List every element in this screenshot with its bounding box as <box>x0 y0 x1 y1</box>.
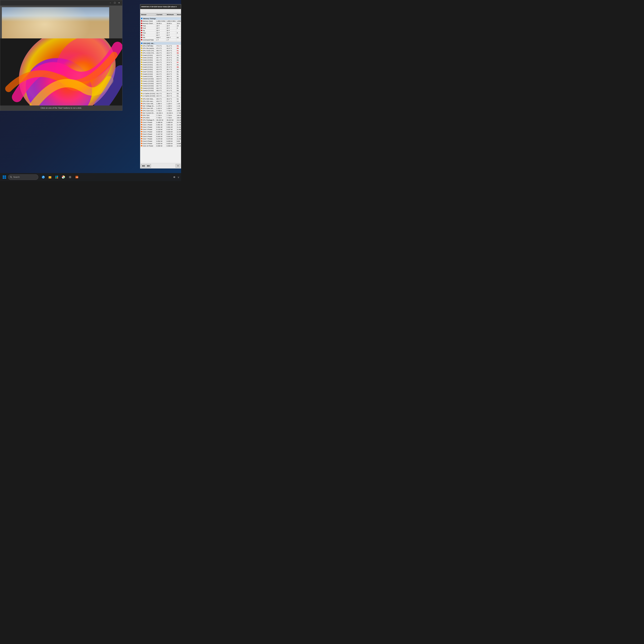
table-row: Command Rate 1 T1 T <box>140 39 181 41</box>
maximize-button[interactable]: ☐ <box>113 1 117 5</box>
sensor-icon <box>141 140 142 142</box>
svg-point-46 <box>63 177 64 178</box>
svg-rect-23 <box>93 27 108 30</box>
svg-rect-21 <box>93 21 108 23</box>
section-memory-timings: Memory Timings <box>140 17 181 20</box>
table-row: CPU IOD Hots... 45.5 °C39.3 °C52. <box>140 98 181 100</box>
status-text: Click on one of the 'Start' buttons to r… <box>41 107 82 109</box>
minimize-button[interactable]: − <box>109 1 112 5</box>
speaker-icon <box>173 176 176 178</box>
footer-icon-button[interactable]: ☷ <box>176 164 180 168</box>
svg-rect-38 <box>49 176 50 177</box>
table-row: Core7 (CCD1) 43.3 °C37.3 °C86. <box>140 71 181 73</box>
taskbar-icon-hwinfo[interactable]: HW <box>74 174 80 180</box>
table-row: CPU CCD2 (Td... 45.0 °C40.0 °C88. <box>140 52 181 54</box>
close-button[interactable]: ✕ <box>117 1 121 5</box>
search-label: Search <box>13 176 20 178</box>
table-row: Core 3 Power 0.119 W0.107 W11.88 <box>140 128 181 131</box>
col-minimum: Minimum <box>166 13 176 16</box>
sensor-icon <box>141 32 142 33</box>
sensor-icon <box>141 145 142 146</box>
sensor-icon <box>141 59 142 61</box>
sensor-icon <box>141 136 142 137</box>
table-row: Core 10 Power 0.008 W0.008 W10.16 <box>140 145 181 147</box>
sensor-icon <box>141 112 142 114</box>
taskbar-app-icons: HW <box>40 174 80 180</box>
table-row: Core4 (CCD1) 43.1 °C36.9 °C85. <box>140 64 181 66</box>
status-bar: Click on one of the 'Start' buttons to r… <box>0 105 122 111</box>
table-row: Core10 (CCD2) 43.8 °C38.1 °C86. <box>140 78 181 80</box>
sensor-icon <box>141 100 142 102</box>
system-tray <box>173 176 180 178</box>
svg-rect-41 <box>55 177 57 178</box>
sensor-icon <box>141 129 142 130</box>
taskbar-icon-explorer[interactable] <box>47 174 53 180</box>
sensor-icon <box>141 131 142 132</box>
table-row: CPU Core VID ... 1.413 V1.250 V1.42 <box>140 107 181 110</box>
renderer-titlebar: − ☐ ✕ <box>0 0 122 6</box>
table-row: Tcas 18 T18 T18 <box>140 25 181 27</box>
windows-logo-icon <box>3 175 6 179</box>
section-cpu: CPU [#0]: AM... <box>140 42 181 45</box>
svg-rect-24 <box>93 31 108 33</box>
sensor-icon <box>141 66 142 68</box>
start-button[interactable] <box>1 174 7 180</box>
table-row: Core 8 Power 0.054 W0.039 W9.89 <box>140 140 181 142</box>
table-row: Core9 (CCD2) 44.9 °C39.5 °C82. <box>140 75 181 78</box>
taskbar-icon-edge[interactable] <box>40 174 46 180</box>
hwinfo-table: Sensor Current Minimum Maximu Memory Tim… <box>140 13 181 147</box>
table-row <box>140 16 181 17</box>
hwinfo-title: HWiNFO64 v7.50-5150 Sensor Status [58 va… <box>141 6 177 8</box>
table-row: Core14 (CCD2) 44.2 °C37.5 °C84. <box>140 87 181 89</box>
table-row: Core 9 Power 0.025 W0.025 W9.998 <box>140 142 181 145</box>
sensor-icon <box>141 110 142 111</box>
table-row: L3 Cache (CCD1) 43.2 °C39.4 °C59. <box>140 92 181 95</box>
svg-rect-42 <box>57 177 58 178</box>
sensor-icon <box>141 124 142 125</box>
sensor-icon <box>141 80 142 82</box>
table-row: Trc 83 T83 T <box>140 34 181 36</box>
hwinfo-scroll[interactable]: Sensor Current Minimum Maximu Memory Tim… <box>140 13 181 168</box>
taskbar-icon-settings[interactable] <box>67 174 73 180</box>
table-row: Trcd 20 T20 T2 <box>140 27 181 29</box>
section-icon <box>141 18 142 19</box>
sensor-icon <box>141 45 142 46</box>
sensor-icon <box>141 87 142 89</box>
table-row: Core11 (CCD2) 44.5 °C37.6 °C86. <box>140 80 181 82</box>
svg-line-34 <box>11 177 12 178</box>
sensor-icon <box>141 25 142 26</box>
taskbar-icon-store[interactable] <box>54 174 60 180</box>
table-row: CPU CCD1 (Td... 45.5 °C39.3 °C91. <box>140 49 181 52</box>
sensor-icon <box>141 85 142 86</box>
nav-back-button[interactable]: ◀◀ <box>141 164 146 168</box>
taskbar-search[interactable]: Search <box>8 174 38 180</box>
sensor-icon <box>141 73 142 75</box>
svg-point-35 <box>42 176 45 179</box>
table-row: CPU TDC 7.718 A7.718 A150.0 <box>140 114 181 117</box>
sensor-icon <box>141 143 142 144</box>
sensor-icon <box>141 71 142 72</box>
table-row: Core3 (CCD1) 42.8 °C37.8 °C87. <box>140 61 181 64</box>
nav-forward-button[interactable]: ▶▶ <box>146 164 151 168</box>
svg-rect-7 <box>35 12 69 22</box>
sensor-icon <box>141 39 142 40</box>
svg-rect-51 <box>178 178 179 178</box>
sensor-icon <box>141 37 142 38</box>
table-row: Core 4 Power 0.030 W0.030 W11.52 <box>140 131 181 133</box>
abstract-shape <box>0 38 122 105</box>
sensor-icon <box>141 23 142 24</box>
sensor-icon <box>141 62 142 63</box>
taskbar-icon-chrome[interactable] <box>60 174 66 180</box>
hwinfo-window[interactable]: HWiNFO64 v7.50-5150 Sensor Status [58 va… <box>140 4 181 169</box>
table-row: CPU EDC 7.718 A7.718 A160.0 <box>140 117 181 119</box>
sensor-icon <box>141 90 142 91</box>
sensor-icon <box>141 34 142 36</box>
sensor-icon <box>141 119 142 121</box>
table-row: Core6 (CCD1) 43.3 °C36.7 °C82. <box>140 68 181 71</box>
sensor-icon <box>141 133 142 135</box>
sensor-icon <box>141 93 142 94</box>
col-sensor: Sensor <box>140 13 156 16</box>
table-row: Core 0 Power 0.488 W0.488 W10.78 <box>140 121 181 124</box>
table-row: Core12 (CCD2) 43.9 °C37.8 °C87. <box>140 82 181 85</box>
table-row: Core15 (CCD2) 45.0 °C37.1 °C84. <box>140 89 181 92</box>
